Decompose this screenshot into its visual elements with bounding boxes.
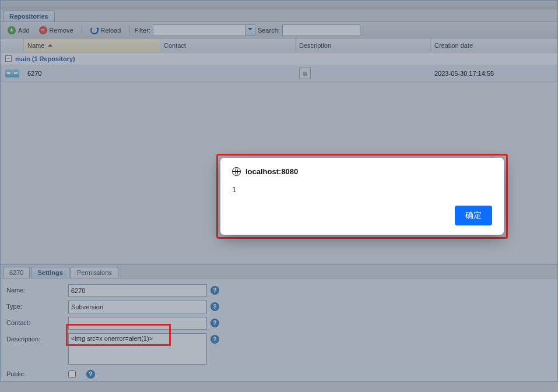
help-icon[interactable]: ? [210, 286, 219, 295]
sort-asc-icon [48, 42, 52, 47]
filter-label: Filter: [134, 27, 150, 34]
add-button[interactable]: + Add [4, 25, 33, 36]
repo-type-icon-cell [1, 65, 24, 81]
js-alert-dialog: localhost:8080 1 确定 [220, 158, 504, 235]
toolbar: + Add − Remove Reload Filter: Search: [1, 22, 557, 38]
cell-name: 6270 [24, 65, 160, 81]
help-icon[interactable]: ? [210, 335, 219, 344]
cell-contact [160, 65, 296, 81]
search-input[interactable] [282, 24, 360, 36]
reload-icon [90, 26, 99, 34]
col-expand [1, 38, 24, 52]
minus-icon: − [39, 26, 47, 34]
group-label: main (1 Repository) [15, 55, 75, 62]
name-label: Name: [6, 284, 68, 294]
description-label: Description: [6, 333, 68, 342]
cell-description: ▦ [296, 65, 431, 81]
col-contact[interactable]: Contact [160, 38, 296, 52]
cell-creation: 2023-05-30 17:14:55 [431, 65, 557, 81]
type-label: Type: [6, 301, 68, 310]
reload-label: Reload [101, 27, 121, 34]
type-field[interactable] [68, 301, 207, 313]
alert-message: 1 [232, 185, 492, 194]
remove-label: Remove [50, 27, 73, 34]
window-header [1, 1, 557, 9]
reload-button[interactable]: Reload [87, 25, 125, 36]
contact-field[interactable] [68, 317, 207, 330]
name-field[interactable] [68, 284, 207, 297]
help-icon[interactable]: ? [210, 302, 219, 311]
public-checkbox[interactable] [68, 370, 76, 378]
details-panel: 6270 Settings Permissions Name: ? Type: … [0, 265, 558, 382]
alert-ok-button[interactable]: 确定 [455, 206, 492, 225]
tab-permissions[interactable]: Permissions [71, 267, 118, 278]
remove-button[interactable]: − Remove [36, 25, 77, 36]
add-label: Add [18, 27, 30, 34]
tab-repo-id[interactable]: 6270 [3, 267, 30, 278]
col-description[interactable]: Description [296, 38, 431, 52]
main-tabs: Repositories [1, 9, 557, 22]
filter-combo[interactable] [153, 24, 255, 36]
toolbar-separator [82, 25, 82, 36]
description-field[interactable] [68, 333, 207, 365]
subversion-icon [5, 69, 19, 77]
tab-settings[interactable]: Settings [31, 267, 69, 278]
grid-header: Name Contact Description Creation date [1, 38, 557, 52]
help-icon[interactable]: ? [86, 370, 95, 379]
alert-origin: localhost:8080 [245, 167, 298, 176]
tab-repositories[interactable]: Repositories [3, 10, 55, 22]
plus-icon: + [8, 26, 16, 34]
globe-icon [232, 167, 241, 176]
col-name-label: Name [27, 42, 44, 49]
table-row[interactable]: 6270 ▦ 2023-05-30 17:14:55 [1, 65, 557, 82]
col-name[interactable]: Name [24, 38, 160, 52]
details-tabs: 6270 Settings Permissions [1, 265, 557, 278]
broken-image-icon: ▦ [299, 68, 311, 79]
col-creation[interactable]: Creation date [431, 38, 557, 52]
collapse-icon[interactable]: − [5, 55, 12, 62]
toolbar-separator [129, 25, 129, 36]
contact-label: Contact: [6, 317, 68, 326]
highlight-alert: localhost:8080 1 确定 [216, 154, 508, 239]
group-row-main[interactable]: − main (1 Repository) [1, 52, 557, 65]
chevron-down-icon [245, 25, 255, 36]
search-label: Search: [258, 27, 280, 34]
help-icon[interactable]: ? [210, 319, 219, 327]
settings-form: Name: ? Type: ? Contact: ? Description: … [1, 278, 557, 381]
public-label: Public: [6, 368, 68, 377]
